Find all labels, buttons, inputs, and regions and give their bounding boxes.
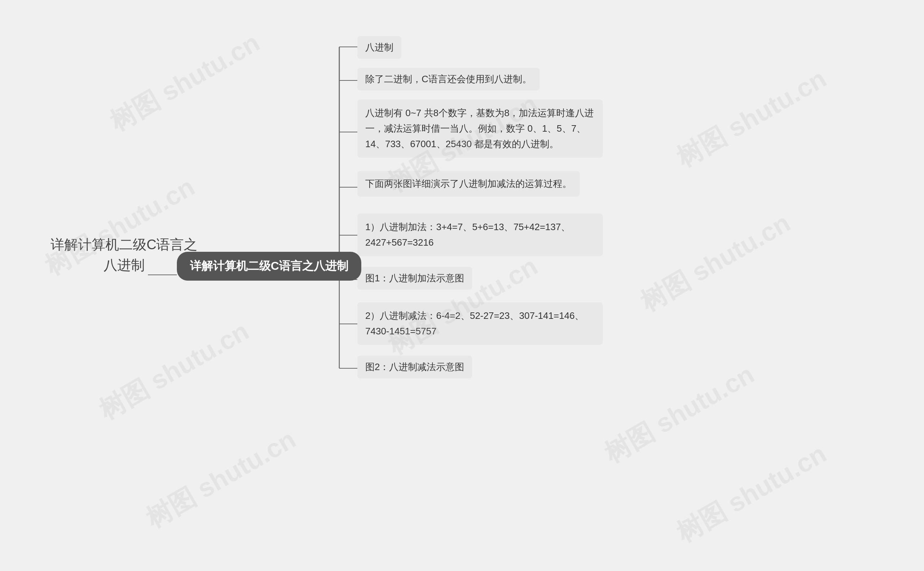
node-2: 除了二进制，C语言还会使用到八进制。 <box>358 68 540 91</box>
node-5: 1）八进制加法：3+4=7、5+6=13、75+42=137、2427+567=… <box>358 213 603 256</box>
watermark-9: 树图 shutu.cn <box>598 357 760 471</box>
watermark-8: 树图 shutu.cn <box>634 205 797 319</box>
node-4: 下面两张图详细演示了八进制加减法的运算过程。 <box>358 171 580 197</box>
left-title: 详解计算机二级C语言之 八进制 <box>51 235 197 276</box>
node-8-text: 图2：八进制减法示意图 <box>365 361 464 372</box>
watermark-3: 树图 shutu.cn <box>93 314 255 427</box>
node-3-text: 八进制有 0~7 共8个数字，基数为8，加法运算时逢八进一，减法运算时借一当八。… <box>365 108 594 149</box>
watermark-4: 树图 shutu.cn <box>140 422 302 536</box>
canvas: 树图 shutu.cn 树图 shutu.cn 树图 shutu.cn 树图 s… <box>0 0 924 571</box>
watermark-7: 树图 shutu.cn <box>670 61 833 175</box>
left-title-line1: 详解计算机二级C语言之 <box>51 237 197 252</box>
node-6-text: 图1：八进制加法示意图 <box>365 273 464 284</box>
node-2-text: 除了二进制，C语言还会使用到八进制。 <box>365 74 532 85</box>
node-7: 2）八进制减法：6-4=2、52-27=23、307-141=146、7430-… <box>358 302 603 345</box>
node-7-text: 2）八进制减法：6-4=2、52-27=23、307-141=146、7430-… <box>365 310 584 336</box>
center-node[interactable]: 详解计算机二级C语言之八进制 <box>177 252 361 281</box>
watermark-10: 树图 shutu.cn <box>670 437 833 550</box>
left-title-line2: 八进制 <box>104 258 145 273</box>
watermark-1: 树图 shutu.cn <box>104 25 266 139</box>
node-1-text: 八进制 <box>365 42 393 52</box>
node-4-text: 下面两张图详细演示了八进制加减法的运算过程。 <box>365 178 572 189</box>
node-8: 图2：八进制减法示意图 <box>358 356 472 378</box>
node-6: 图1：八进制加法示意图 <box>358 267 472 290</box>
node-3: 八进制有 0~7 共8个数字，基数为8，加法运算时逢八进一，减法运算时借一当八。… <box>358 100 603 157</box>
center-node-text: 详解计算机二级C语言之八进制 <box>190 259 348 272</box>
node-5-text: 1）八进制加法：3+4=7、5+6=13、75+42=137、2427+567=… <box>365 221 570 248</box>
node-1: 八进制 <box>358 36 401 59</box>
